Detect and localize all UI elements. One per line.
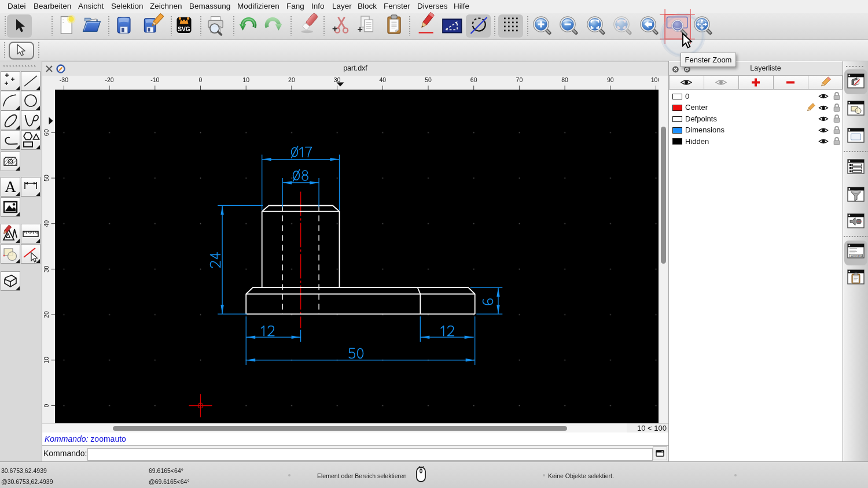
svg-text:10: 10 bbox=[242, 76, 249, 83]
svg-text:A: A bbox=[5, 178, 16, 195]
svg-text:command: command bbox=[851, 254, 862, 257]
svg-text:30: 30 bbox=[43, 265, 50, 272]
svg-text:SVG: SVG bbox=[178, 26, 190, 32]
svg-text:0: 0 bbox=[199, 76, 203, 83]
svg-text:70: 70 bbox=[516, 76, 523, 83]
svg-text:40: 40 bbox=[379, 76, 386, 83]
svg-text:60: 60 bbox=[43, 129, 50, 136]
svg-text:30: 30 bbox=[334, 76, 341, 83]
svg-text:-30: -30 bbox=[60, 76, 68, 83]
svg-text:-10: -10 bbox=[150, 76, 159, 83]
svg-text:-20: -20 bbox=[105, 76, 114, 83]
svg-text:100: 100 bbox=[651, 76, 659, 83]
svg-text:20: 20 bbox=[43, 311, 50, 318]
svg-text:10: 10 bbox=[43, 356, 50, 363]
svg-text:0: 0 bbox=[43, 404, 50, 407]
svg-text:50: 50 bbox=[425, 76, 432, 83]
svg-text:50: 50 bbox=[43, 175, 50, 182]
svg-text:20: 20 bbox=[288, 76, 295, 83]
svg-text:60: 60 bbox=[470, 76, 477, 83]
svg-text:80: 80 bbox=[561, 76, 568, 83]
svg-text:40: 40 bbox=[43, 220, 50, 227]
svg-text:90: 90 bbox=[607, 76, 614, 83]
